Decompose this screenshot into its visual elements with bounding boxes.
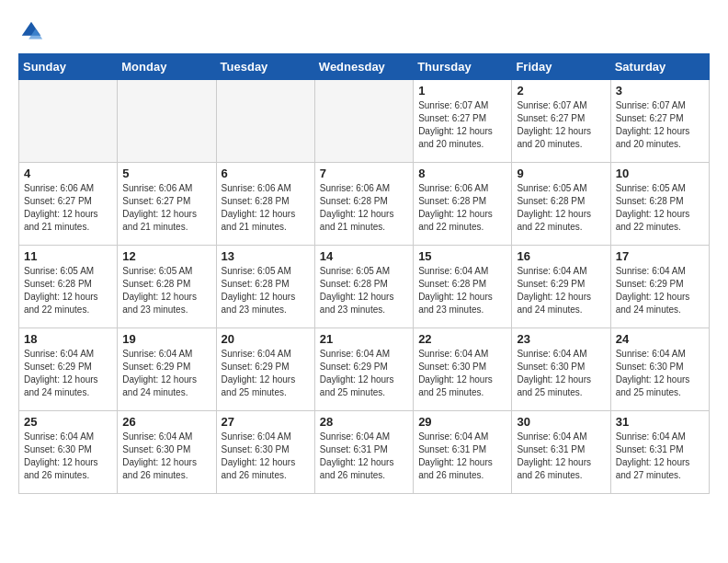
day-info: Sunrise: 6:05 AMSunset: 6:28 PMDaylight:… bbox=[222, 265, 310, 316]
day-info: Sunrise: 6:04 AMSunset: 6:30 PMDaylight:… bbox=[122, 431, 210, 482]
weekday-header-cell: Friday bbox=[512, 54, 610, 80]
day-number: 21 bbox=[320, 332, 408, 346]
calendar-day-cell: 22Sunrise: 6:04 AMSunset: 6:30 PMDayligh… bbox=[414, 328, 512, 411]
calendar-day-cell: 29Sunrise: 6:04 AMSunset: 6:31 PMDayligh… bbox=[414, 411, 512, 494]
day-number: 10 bbox=[616, 167, 704, 180]
day-info: Sunrise: 6:06 AMSunset: 6:28 PMDaylight:… bbox=[222, 182, 310, 234]
day-number: 1 bbox=[418, 84, 506, 98]
day-info: Sunrise: 6:07 AMSunset: 6:27 PMDaylight:… bbox=[616, 99, 704, 151]
calendar-day-cell: 23Sunrise: 6:04 AMSunset: 6:30 PMDayligh… bbox=[512, 328, 610, 411]
weekday-header-cell: Sunday bbox=[19, 54, 118, 80]
calendar-day-cell bbox=[216, 80, 314, 163]
day-number: 29 bbox=[418, 415, 506, 429]
day-info: Sunrise: 6:04 AMSunset: 6:30 PMDaylight:… bbox=[616, 348, 704, 399]
calendar-day-cell: 27Sunrise: 6:04 AMSunset: 6:30 PMDayligh… bbox=[216, 411, 314, 494]
calendar-day-cell: 4Sunrise: 6:06 AMSunset: 6:27 PMDaylight… bbox=[19, 163, 118, 246]
day-info: Sunrise: 6:04 AMSunset: 6:31 PMDaylight:… bbox=[616, 431, 704, 482]
calendar-day-cell: 3Sunrise: 6:07 AMSunset: 6:27 PMDaylight… bbox=[610, 80, 709, 163]
day-info: Sunrise: 6:04 AMSunset: 6:29 PMDaylight:… bbox=[320, 348, 408, 399]
day-info: Sunrise: 6:06 AMSunset: 6:28 PMDaylight:… bbox=[320, 182, 408, 234]
calendar-day-cell: 21Sunrise: 6:04 AMSunset: 6:29 PMDayligh… bbox=[314, 328, 413, 411]
day-number: 9 bbox=[517, 167, 605, 180]
day-number: 4 bbox=[24, 167, 112, 180]
calendar-day-cell: 26Sunrise: 6:04 AMSunset: 6:30 PMDayligh… bbox=[118, 411, 216, 494]
calendar-day-cell: 14Sunrise: 6:05 AMSunset: 6:28 PMDayligh… bbox=[314, 246, 413, 328]
calendar-day-cell: 2Sunrise: 6:07 AMSunset: 6:27 PMDaylight… bbox=[512, 80, 610, 163]
day-number: 18 bbox=[24, 332, 112, 346]
day-number: 7 bbox=[320, 167, 408, 180]
calendar-day-cell: 1Sunrise: 6:07 AMSunset: 6:27 PMDaylight… bbox=[414, 80, 512, 163]
day-number: 27 bbox=[222, 415, 310, 429]
calendar-day-cell: 20Sunrise: 6:04 AMSunset: 6:29 PMDayligh… bbox=[216, 328, 314, 411]
calendar-day-cell: 24Sunrise: 6:04 AMSunset: 6:30 PMDayligh… bbox=[610, 328, 709, 411]
day-info: Sunrise: 6:04 AMSunset: 6:29 PMDaylight:… bbox=[517, 265, 605, 316]
day-info: Sunrise: 6:04 AMSunset: 6:29 PMDaylight:… bbox=[222, 348, 310, 399]
weekday-header-cell: Wednesday bbox=[314, 54, 413, 80]
calendar-day-cell: 16Sunrise: 6:04 AMSunset: 6:29 PMDayligh… bbox=[512, 246, 610, 328]
day-info: Sunrise: 6:04 AMSunset: 6:31 PMDaylight:… bbox=[320, 431, 408, 482]
calendar-day-cell: 10Sunrise: 6:05 AMSunset: 6:28 PMDayligh… bbox=[610, 163, 709, 246]
calendar-week-row: 1Sunrise: 6:07 AMSunset: 6:27 PMDaylight… bbox=[19, 80, 710, 163]
day-number: 3 bbox=[616, 84, 704, 98]
day-info: Sunrise: 6:05 AMSunset: 6:28 PMDaylight:… bbox=[122, 265, 210, 316]
day-number: 20 bbox=[222, 332, 310, 346]
day-number: 30 bbox=[517, 415, 605, 429]
day-number: 6 bbox=[222, 167, 310, 180]
calendar-day-cell bbox=[118, 80, 216, 163]
calendar-day-cell: 6Sunrise: 6:06 AMSunset: 6:28 PMDaylight… bbox=[216, 163, 314, 246]
day-info: Sunrise: 6:07 AMSunset: 6:27 PMDaylight:… bbox=[517, 99, 605, 151]
calendar-day-cell: 15Sunrise: 6:04 AMSunset: 6:28 PMDayligh… bbox=[414, 246, 512, 328]
calendar-week-row: 11Sunrise: 6:05 AMSunset: 6:28 PMDayligh… bbox=[19, 246, 710, 328]
day-number: 12 bbox=[122, 249, 210, 263]
day-number: 8 bbox=[418, 167, 506, 180]
calendar-week-row: 18Sunrise: 6:04 AMSunset: 6:29 PMDayligh… bbox=[19, 328, 710, 411]
calendar-day-cell: 31Sunrise: 6:04 AMSunset: 6:31 PMDayligh… bbox=[610, 411, 709, 494]
day-number: 25 bbox=[24, 415, 112, 429]
day-info: Sunrise: 6:04 AMSunset: 6:30 PMDaylight:… bbox=[418, 348, 506, 399]
day-info: Sunrise: 6:04 AMSunset: 6:31 PMDaylight:… bbox=[418, 431, 506, 482]
weekday-header-cell: Tuesday bbox=[216, 54, 314, 80]
weekday-header-cell: Monday bbox=[118, 54, 216, 80]
day-number: 14 bbox=[320, 249, 408, 263]
day-info: Sunrise: 6:04 AMSunset: 6:28 PMDaylight:… bbox=[418, 265, 506, 316]
day-number: 19 bbox=[122, 332, 210, 346]
calendar-day-cell: 7Sunrise: 6:06 AMSunset: 6:28 PMDaylight… bbox=[314, 163, 413, 246]
calendar-day-cell: 17Sunrise: 6:04 AMSunset: 6:29 PMDayligh… bbox=[610, 246, 709, 328]
day-number: 5 bbox=[122, 167, 210, 180]
calendar-day-cell: 19Sunrise: 6:04 AMSunset: 6:29 PMDayligh… bbox=[118, 328, 216, 411]
day-number: 28 bbox=[320, 415, 408, 429]
day-info: Sunrise: 6:06 AMSunset: 6:27 PMDaylight:… bbox=[24, 182, 112, 234]
calendar-day-cell bbox=[19, 80, 118, 163]
day-number: 31 bbox=[616, 415, 704, 429]
page-header bbox=[18, 18, 710, 44]
calendar-day-cell: 18Sunrise: 6:04 AMSunset: 6:29 PMDayligh… bbox=[19, 328, 118, 411]
day-number: 2 bbox=[517, 84, 605, 98]
day-number: 13 bbox=[222, 249, 310, 263]
day-info: Sunrise: 6:07 AMSunset: 6:27 PMDaylight:… bbox=[418, 99, 506, 151]
calendar-day-cell: 13Sunrise: 6:05 AMSunset: 6:28 PMDayligh… bbox=[216, 246, 314, 328]
calendar-day-cell: 8Sunrise: 6:06 AMSunset: 6:28 PMDaylight… bbox=[414, 163, 512, 246]
day-info: Sunrise: 6:05 AMSunset: 6:28 PMDaylight:… bbox=[616, 182, 704, 234]
day-number: 24 bbox=[616, 332, 704, 346]
weekday-header-cell: Thursday bbox=[414, 54, 512, 80]
calendar-day-cell: 12Sunrise: 6:05 AMSunset: 6:28 PMDayligh… bbox=[118, 246, 216, 328]
day-info: Sunrise: 6:05 AMSunset: 6:28 PMDaylight:… bbox=[320, 265, 408, 316]
day-info: Sunrise: 6:06 AMSunset: 6:27 PMDaylight:… bbox=[122, 182, 210, 234]
calendar-week-row: 25Sunrise: 6:04 AMSunset: 6:30 PMDayligh… bbox=[19, 411, 710, 494]
day-number: 17 bbox=[616, 249, 704, 263]
day-number: 22 bbox=[418, 332, 506, 346]
calendar-day-cell: 25Sunrise: 6:04 AMSunset: 6:30 PMDayligh… bbox=[19, 411, 118, 494]
calendar-week-row: 4Sunrise: 6:06 AMSunset: 6:27 PMDaylight… bbox=[19, 163, 710, 246]
day-info: Sunrise: 6:04 AMSunset: 6:29 PMDaylight:… bbox=[616, 265, 704, 316]
day-info: Sunrise: 6:04 AMSunset: 6:31 PMDaylight:… bbox=[517, 431, 605, 482]
logo bbox=[18, 18, 48, 44]
day-number: 26 bbox=[122, 415, 210, 429]
day-number: 16 bbox=[517, 249, 605, 263]
calendar-day-cell: 28Sunrise: 6:04 AMSunset: 6:31 PMDayligh… bbox=[314, 411, 413, 494]
day-number: 23 bbox=[517, 332, 605, 346]
day-number: 15 bbox=[418, 249, 506, 263]
calendar-day-cell: 5Sunrise: 6:06 AMSunset: 6:27 PMDaylight… bbox=[118, 163, 216, 246]
day-info: Sunrise: 6:04 AMSunset: 6:30 PMDaylight:… bbox=[222, 431, 310, 482]
calendar-body: 1Sunrise: 6:07 AMSunset: 6:27 PMDaylight… bbox=[19, 80, 710, 494]
calendar-day-cell: 30Sunrise: 6:04 AMSunset: 6:31 PMDayligh… bbox=[512, 411, 610, 494]
